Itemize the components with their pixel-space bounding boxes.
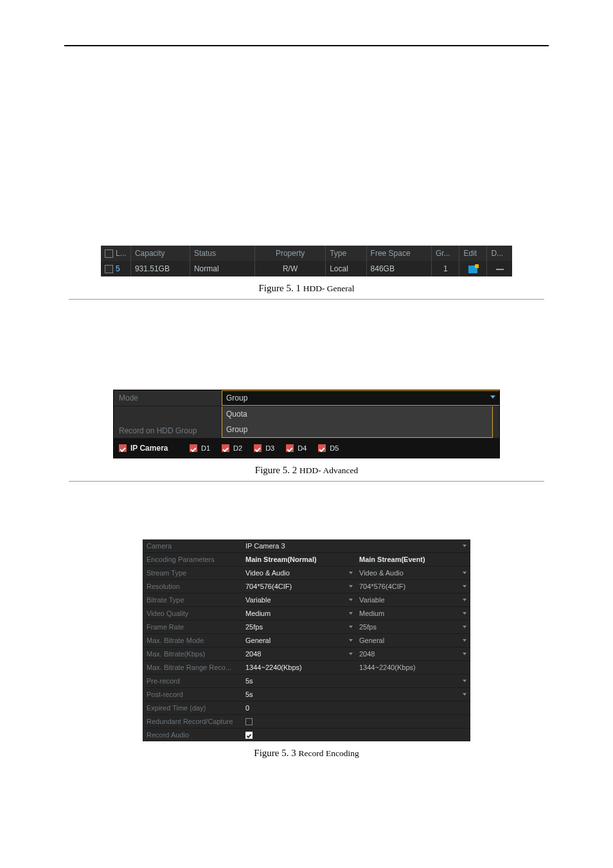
video-quality-label: Video Quality (143, 607, 243, 620)
cell-freespace: 846GB (366, 261, 431, 276)
cell-property: R/W (255, 261, 326, 276)
resolution-label: Resolution (143, 580, 243, 593)
hdd-advanced-panel: Mode Group Record on HDD Group Quota Gro… (113, 390, 500, 458)
caption-rule-1 (69, 299, 544, 300)
frame-rate-label: Frame Rate (143, 620, 243, 633)
col-group[interactable]: Gr... (431, 246, 459, 261)
hdd-header-row: L... Capacity Status Property Type Free … (101, 246, 512, 261)
figure-5-1-caption: Figure 5. 1 HDD- General (64, 283, 549, 294)
mode-option-quota[interactable]: Quota (222, 406, 492, 422)
camera-d2[interactable]: D2 (222, 444, 242, 452)
col-header-normal: Main Stream(Normal) (243, 553, 357, 566)
record-encoding-panel: Camera IP Camera 3 Encoding Parameters M… (143, 539, 470, 741)
record-audio-label: Record Audio (143, 728, 243, 741)
max-bitrate-range-label: Max. Bitrate Range Reco... (143, 661, 243, 674)
max-bitrate-kbps-normal[interactable]: 2048 (243, 647, 357, 660)
col-header-event: Main Stream(Event) (357, 553, 470, 566)
cell-capacity: 931.51GB (130, 261, 190, 276)
delete-icon[interactable] (496, 269, 504, 270)
post-record-select[interactable]: 5s (243, 688, 470, 701)
page-top-rule (64, 45, 549, 46)
max-bitrate-kbps-event[interactable]: 2048 (357, 647, 470, 660)
caption-rule-2 (69, 481, 544, 482)
edit-icon[interactable] (468, 266, 477, 273)
encoding-params-label: Encoding Parameters (143, 553, 243, 566)
max-bitrate-range-event: 1344~2240(Kbps) (357, 661, 470, 674)
row-checkbox[interactable] (105, 265, 113, 273)
record-audio-checkbox-cell (243, 728, 470, 741)
chevron-down-icon (490, 395, 495, 399)
expired-time-label: Expired Time (day) (143, 701, 243, 714)
camera-d4[interactable]: D4 (286, 444, 306, 452)
redundant-record-label: Redundant Record/Capture (143, 715, 243, 728)
pre-record-label: Pre-record (143, 674, 243, 687)
stream-type-event[interactable]: Video & Audio (357, 566, 470, 579)
frame-rate-normal[interactable]: 25fps (243, 620, 357, 633)
figure-5-2-caption: Figure 5. 2 HDD- Advanced (64, 465, 549, 476)
bitrate-type-event[interactable]: Variable (357, 593, 470, 606)
stream-type-normal[interactable]: Video & Audio (243, 566, 357, 579)
col-freespace[interactable]: Free Space (366, 246, 431, 261)
max-bitrate-mode-label: Max. Bitrate Mode (143, 634, 243, 647)
max-bitrate-mode-normal[interactable]: General (243, 634, 357, 647)
col-status[interactable]: Status (190, 246, 254, 261)
record-audio-checkbox[interactable] (245, 732, 253, 739)
mode-label: Mode (114, 393, 222, 402)
camera-d3[interactable]: D3 (254, 444, 274, 452)
bitrate-type-normal[interactable]: Variable (243, 593, 357, 606)
max-bitrate-mode-event[interactable]: General (357, 634, 470, 647)
record-group-label: Record on HDD Group (114, 426, 222, 438)
col-property[interactable]: Property (255, 246, 326, 261)
stream-type-label: Stream Type (143, 566, 243, 579)
select-all-checkbox[interactable] (105, 249, 113, 258)
figure-5-3-caption: Figure 5. 3 Record Encoding (64, 748, 549, 759)
video-quality-normal[interactable]: Medium (243, 607, 357, 620)
bitrate-type-label: Bitrate Type (143, 593, 243, 606)
mode-select[interactable]: Group (222, 390, 499, 406)
cell-status: Normal (190, 261, 254, 276)
ip-camera-checkbox[interactable] (119, 444, 127, 452)
pre-record-select[interactable]: 5s (243, 674, 470, 687)
max-bitrate-range-normal: 1344~2240(Kbps) (243, 661, 357, 674)
camera-select[interactable]: IP Camera 3 (243, 539, 470, 552)
col-capacity[interactable]: Capacity (130, 246, 190, 261)
col-type[interactable]: Type (326, 246, 366, 261)
col-edit[interactable]: Edit (459, 246, 487, 261)
col-delete[interactable]: D... (487, 246, 512, 261)
mode-dropdown[interactable]: Quota Group (222, 406, 493, 438)
resolution-normal[interactable]: 704*576(4CIF) (243, 580, 357, 593)
camera-d5[interactable]: D5 (318, 444, 339, 452)
max-bitrate-kbps-label: Max. Bitrate(Kbps) (143, 647, 243, 660)
camera-label: Camera (143, 539, 243, 552)
cell-l: 5 (116, 264, 120, 273)
cell-group: 1 (431, 261, 459, 276)
mode-option-group[interactable]: Group (222, 422, 492, 437)
frame-rate-event[interactable]: 25fps (357, 620, 470, 633)
redundant-record-checkbox-cell (243, 715, 470, 728)
post-record-label: Post-record (143, 688, 243, 701)
video-quality-event[interactable]: Medium (357, 607, 470, 620)
col-l: L... (116, 249, 127, 258)
ip-camera-label: IP Camera (114, 444, 190, 453)
cell-type: Local (326, 261, 366, 276)
hdd-general-table: L... Capacity Status Property Type Free … (101, 246, 512, 276)
camera-d1[interactable]: D1 (190, 444, 210, 452)
resolution-event[interactable]: 704*576(4CIF) (357, 580, 470, 593)
redundant-record-checkbox[interactable] (245, 718, 253, 725)
expired-time-input[interactable]: 0 (243, 701, 470, 714)
hdd-row[interactable]: 5 931.51GB Normal R/W Local 846GB 1 (101, 261, 512, 276)
